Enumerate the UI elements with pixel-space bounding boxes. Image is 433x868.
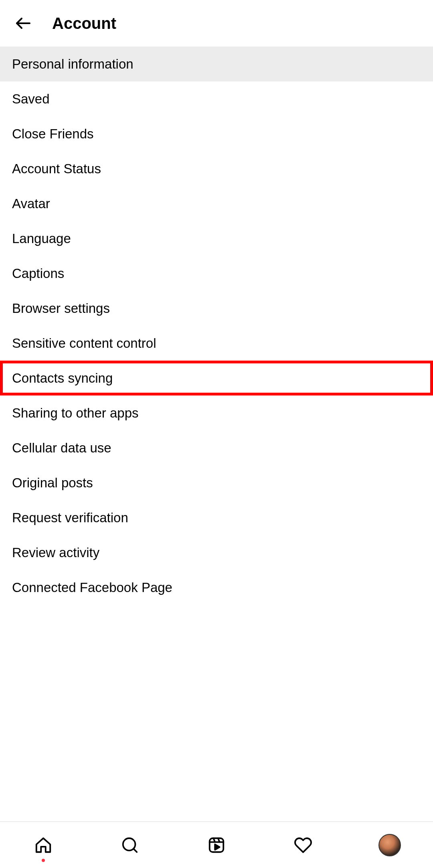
menu-item-label: Sharing to other apps — [12, 406, 139, 421]
page-title: Account — [52, 14, 116, 32]
menu-item-label: Language — [12, 231, 71, 246]
menu-item-label: Sensitive content control — [12, 336, 156, 351]
menu-item-cellular-data-use[interactable]: Cellular data use — [0, 430, 433, 465]
menu-item-label: Close Friends — [12, 126, 94, 142]
menu-item-language[interactable]: Language — [0, 221, 433, 256]
menu-item-label: Review activity — [12, 545, 99, 560]
nav-activity[interactable] — [291, 833, 315, 857]
menu-item-label: Cellular data use — [12, 440, 111, 456]
search-icon — [121, 836, 139, 854]
svg-marker-7 — [215, 844, 220, 850]
menu-item-contacts-syncing[interactable]: Contacts syncing — [0, 361, 433, 395]
menu-item-label: Contacts syncing — [12, 371, 113, 386]
menu-list: Personal information Saved Close Friends… — [0, 47, 433, 605]
menu-item-browser-settings[interactable]: Browser settings — [0, 291, 433, 326]
back-button[interactable] — [11, 11, 35, 35]
nav-profile[interactable] — [378, 833, 402, 857]
menu-item-close-friends[interactable]: Close Friends — [0, 116, 433, 151]
nav-reels[interactable] — [204, 833, 229, 857]
menu-item-label: Account Status — [12, 161, 101, 176]
menu-item-sharing-to-other-apps[interactable]: Sharing to other apps — [0, 395, 433, 430]
menu-item-saved[interactable]: Saved — [0, 81, 433, 116]
menu-item-label: Personal information — [12, 57, 134, 72]
bottom-nav — [0, 821, 433, 868]
menu-item-label: Captions — [12, 266, 64, 281]
menu-item-label: Browser settings — [12, 301, 110, 316]
menu-item-review-activity[interactable]: Review activity — [0, 535, 433, 570]
svg-line-2 — [134, 848, 137, 852]
back-arrow-icon — [14, 14, 33, 33]
menu-item-request-verification[interactable]: Request verification — [0, 500, 433, 535]
menu-item-avatar[interactable]: Avatar — [0, 186, 433, 221]
menu-item-label: Connected Facebook Page — [12, 580, 172, 595]
nav-home-notification-dot — [42, 859, 45, 862]
reels-icon — [207, 836, 226, 854]
menu-item-connected-facebook-page[interactable]: Connected Facebook Page — [0, 570, 433, 605]
menu-item-label: Original posts — [12, 475, 93, 491]
menu-item-label: Avatar — [12, 196, 50, 211]
heart-icon — [294, 836, 312, 854]
profile-avatar-icon — [378, 834, 401, 856]
menu-item-captions[interactable]: Captions — [0, 256, 433, 291]
menu-item-original-posts[interactable]: Original posts — [0, 465, 433, 500]
menu-item-personal-information[interactable]: Personal information — [0, 47, 433, 81]
header: Account — [0, 0, 433, 47]
menu-item-label: Saved — [12, 91, 50, 107]
nav-home[interactable] — [31, 833, 55, 857]
menu-item-label: Request verification — [12, 510, 128, 525]
home-icon — [34, 836, 53, 854]
menu-item-account-status[interactable]: Account Status — [0, 151, 433, 186]
menu-item-sensitive-content-control[interactable]: Sensitive content control — [0, 326, 433, 361]
nav-search[interactable] — [118, 833, 142, 857]
